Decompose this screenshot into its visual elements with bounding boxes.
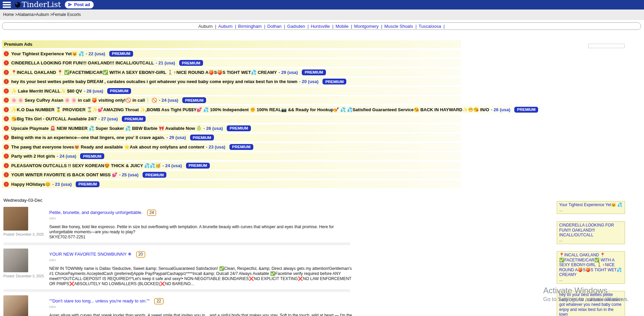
premium-ad-title: ✨ Lake Merritt INCALL✨ $80 QV	[11, 88, 82, 94]
premium-ad-age: - 25 (usa)	[119, 172, 139, 177]
premium-badge: PREMIUM	[182, 97, 206, 103]
description-line: Sweet like honey, bold like espresso. Pe…	[49, 224, 356, 235]
bump-up-icon	[4, 172, 9, 177]
listing-description: Sweet like honey, bold like espresso. Pe…	[49, 224, 356, 240]
listing-title-link[interactable]: Petite, brunette, and dangerously unforg…	[49, 210, 143, 215]
listing-thumbnail[interactable]	[3, 295, 28, 316]
premium-ad-title: Happy HOlidays😊	[11, 182, 51, 187]
premium-ad-row[interactable]: The pawg that everyone loves😻 Ready and …	[2, 143, 461, 151]
premium-ad-row[interactable]: PLEASANTON OUTCALLS !! SEXY KOREAN😍 THIC…	[2, 162, 461, 170]
bump-up-icon	[4, 116, 9, 121]
listing-description: Asian allure with curves that speak loud…	[49, 313, 356, 316]
site-logo[interactable]: TinderList	[15, 1, 61, 8]
age-badge: 20	[136, 251, 145, 258]
date-header: Wednesday-03-Dec	[3, 198, 644, 203]
premium-ad-row[interactable]: 📍INCALL OAKLAND 📍 ✅FACETIME/CAR✅ WITH A …	[2, 68, 461, 76]
city-link-muscle-shoals[interactable]: Muscle Shoals	[384, 24, 417, 29]
bump-up-icon	[4, 154, 9, 159]
bump-up-icon	[4, 88, 9, 94]
premium-ad-title: CINDERELLA LOOKING FOR FUN!!! OAKLAND!!!…	[11, 60, 154, 65]
premium-ad-title: Your Tightest Experience Yet😼 💦	[11, 51, 84, 56]
premium-ad-title: Upscale Playmate 🚨 NEW NUMBER 💦 Super So…	[11, 126, 202, 131]
premium-badge: PREMIUM	[323, 79, 346, 84]
premium-ad-title: Being with me is an experience—one that …	[11, 135, 165, 140]
sidebar-ad-title: CINDERELLA LOOKING FOR FUN!!! OAKLAND!!!…	[559, 223, 623, 238]
premium-ad-row[interactable]: 😘Big Tits Girl - OUTCALL Available 24/7 …	[2, 115, 461, 123]
city-link-dothan[interactable]: Dothan	[267, 24, 285, 29]
premium-ad-row[interactable]: hey its your best wettes petite baby DRE…	[2, 78, 461, 85]
premium-badge: PREMIUM	[179, 60, 203, 66]
premium-ad-row[interactable]: Happy HOlidays😊 - 23 (usa) PREMIUM	[2, 180, 461, 188]
bump-up-icon	[4, 182, 9, 187]
city-nav-box: Auburn Auburn Birmingham Dothan Gadsden …	[2, 22, 641, 30]
premium-ad-row[interactable]: ✨K.O Daa NUMBER 🏅 PROVIDER ⌛✨💕AMAZING Th…	[2, 106, 540, 114]
sidebar-ad-title: 📍INCALL OAKLAND 📍 ✅FACETIME/CAR✅ WITH A …	[559, 253, 623, 277]
sidebar-ad-more: ...	[559, 208, 623, 213]
sidebar-ad-box[interactable]: 📍INCALL OAKLAND 📍 ✅FACETIME/CAR✅ WITH A …	[557, 251, 625, 284]
city-link-auburn[interactable]: Auburn	[218, 24, 236, 29]
sidebar-ad-more: ...	[559, 238, 623, 243]
city-link-montgomery[interactable]: Montgomery	[354, 24, 382, 29]
premium-badge: PREMIUM	[143, 172, 166, 178]
premium-ad-title: ✨K.O Daa NUMBER 🏅 PROVIDER ⌛✨💕AMAZING Th…	[11, 107, 489, 112]
sidebar-ad-box[interactable]: hey its your best wettes petite baby DRE…	[557, 291, 625, 316]
listing-thumbnail[interactable]	[3, 207, 28, 231]
bump-up-icon	[4, 79, 9, 84]
listing-title-link[interactable]: ""Don't stare too long... unless you're …	[49, 298, 150, 303]
premium-badge: PREMIUM	[227, 125, 251, 131]
city-link-gadsden[interactable]: Gadsden	[287, 24, 309, 29]
city-link-huntsville[interactable]: Huntsville	[311, 24, 333, 29]
premium-ad-age: - 24 (usa)	[159, 98, 178, 103]
bump-up-icon	[4, 98, 9, 103]
listing-thumbnail[interactable]	[3, 249, 28, 272]
premium-ad-age: - 27 (usa)	[98, 116, 118, 121]
premium-ad-title: 😘Big Tits Girl - OUTCALL Available 24/7	[11, 116, 97, 121]
premium-ad-row[interactable]: Party with 2 Hot girls - 24 (usa) PREMIU…	[2, 152, 461, 160]
premium-ad-title: 🌸 🌸 Sexy CuRvy Asian 🌸 🌸 in call 🍑 visit…	[11, 98, 157, 103]
premium-ad-age: - 29 (usa)	[278, 70, 298, 75]
premium-ad-row[interactable]: CINDERELLA LOOKING FOR FUN!!! OAKLAND!!!…	[2, 59, 461, 67]
listing-title-link[interactable]: YOUR NEW FAVORITE SNOWBUNNY ❄	[49, 252, 131, 257]
sidebar-ad-box[interactable]: CINDERELLA LOOKING FOR FUN!!! OAKLAND!!!…	[557, 221, 625, 244]
top-navigation-bar: TinderList Post ad	[0, 0, 644, 9]
premium-ads-section: Premium Ads Your Tightest Experience Yet…	[2, 40, 461, 188]
premium-ad-title: The pawg that everyone loves😻 Ready and …	[11, 144, 204, 150]
listing-location: USA	[49, 258, 356, 262]
ad-placeholder-box	[588, 44, 625, 48]
menu-icon[interactable]	[3, 2, 11, 8]
premium-ad-title: PLEASANTON OUTCALLS !! SEXY KOREAN😍 THIC…	[11, 163, 161, 168]
paper-plane-icon	[68, 2, 72, 7]
posted-date: Posted: December 3, 2025	[3, 233, 44, 236]
sidebar-ad-title: Your Tightest Experience Yet😼 💦	[559, 202, 623, 208]
breadcrumb[interactable]: Home >Alabama>Auburn >Female Escorts	[0, 9, 644, 20]
premium-ad-age: - 20 (usa)	[299, 79, 318, 84]
sidebar-ad-title: hey its your best wettes petite baby DRE…	[559, 292, 623, 316]
city-link-birmingham[interactable]: Birmingham	[238, 24, 265, 29]
premium-ad-row[interactable]: ✨ Lake Merritt INCALL✨ $80 QV - 28 (usa)…	[2, 87, 461, 95]
premium-ad-title: YOUR WINTER FAVORITE IS BACK DONT MISS 💕	[11, 172, 117, 177]
premium-ad-row[interactable]: YOUR WINTER FAVORITE IS BACK DONT MISS 💕…	[2, 171, 461, 179]
premium-ad-row[interactable]: 🌸 🌸 Sexy CuRvy Asian 🌸 🌸 in call 🍑 visit…	[2, 96, 461, 104]
post-ad-button[interactable]: Post ad	[65, 1, 94, 8]
premium-ad-age: - 24 (usa)	[57, 154, 76, 159]
premium-ad-age: - 24 (usa)	[162, 163, 182, 168]
age-badge: 24	[147, 210, 156, 216]
listing-item: Posted: December 3, 2025 YOUR NEW FAVORI…	[3, 247, 343, 287]
age-badge: 22	[154, 298, 163, 304]
premium-badge: PREMIUM	[122, 116, 146, 122]
city-link-mobile[interactable]: Mobile	[335, 24, 352, 29]
description-line: SKYE702-577-2251	[49, 235, 356, 240]
premium-badge: PREMIUM	[109, 51, 133, 57]
premium-ad-age: - 29 (usa)	[166, 135, 186, 140]
premium-badge: PREMIUM	[190, 135, 214, 140]
premium-ad-age: - 23 (usa)	[52, 182, 72, 187]
premium-ad-age: - 26 (usa)	[203, 126, 223, 131]
premium-ad-row[interactable]: Being with me is an experience—one that …	[2, 134, 461, 141]
listing-location: USA	[49, 305, 356, 309]
city-link-tuscaloosa[interactable]: Tuscaloosa	[419, 24, 445, 29]
sidebar-ad-box[interactable]: Your Tightest Experience Yet😼 💦 ...	[557, 201, 625, 214]
premium-ad-row[interactable]: Your Tightest Experience Yet😼 💦 - 22 (us…	[2, 50, 461, 58]
premium-badge: PREMIUM	[107, 88, 131, 94]
premium-badge: PREMIUM	[302, 70, 326, 75]
premium-ad-row[interactable]: Upscale Playmate 🚨 NEW NUMBER 💦 Super So…	[2, 124, 461, 132]
